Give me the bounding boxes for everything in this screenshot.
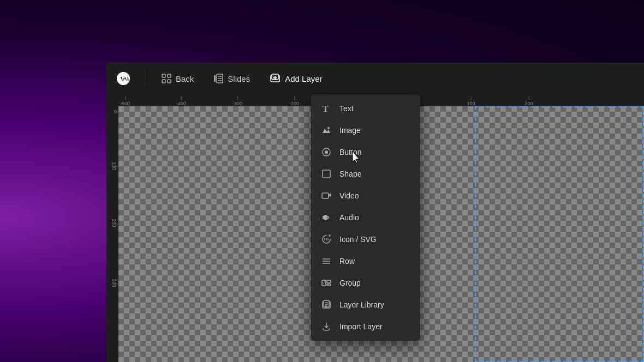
svg-rect-20 <box>322 193 329 198</box>
svg-text:T: T <box>323 104 329 113</box>
import-layer-icon <box>321 321 332 332</box>
text-icon: T <box>321 103 332 114</box>
svg-rect-19 <box>323 170 330 178</box>
video-icon <box>321 190 332 201</box>
back-label: Back <box>176 74 194 83</box>
svg-rect-26 <box>327 280 331 283</box>
audio-icon <box>321 212 332 223</box>
ruler-tick-n500: -500 <box>120 96 130 106</box>
svg-rect-5 <box>214 75 216 82</box>
ruler-v-tick-100: 100 <box>111 161 118 171</box>
menu-button-label: Button <box>339 148 361 156</box>
shape-icon <box>321 168 332 179</box>
svg-rect-1 <box>162 74 165 77</box>
selection-box <box>475 106 644 362</box>
ruler-corner <box>106 94 118 106</box>
menu-image-label: Image <box>339 126 361 135</box>
menu-item-image[interactable]: Image <box>311 119 420 141</box>
svg-rect-4 <box>168 80 171 83</box>
menu-item-row[interactable]: Row <box>311 250 420 272</box>
menu-group-label: Group <box>339 279 361 287</box>
button-icon <box>321 147 332 158</box>
menu-audio-label: Audio <box>339 213 359 222</box>
ruler-v-tick-300: 300 <box>111 279 118 288</box>
menu-row-label: Row <box>339 257 355 266</box>
wordpress-logo[interactable] <box>113 68 134 89</box>
back-button[interactable]: Back <box>154 69 201 88</box>
ruler-tick-n300: -300 <box>232 96 242 106</box>
menu-icon-svg-label: Icon / SVG <box>339 235 377 244</box>
menu-import-layer-label: Import Layer <box>339 322 383 331</box>
ruler-tick-n200: -200 <box>289 96 299 106</box>
ruler-tick-n400: -400 <box>176 96 186 106</box>
menu-video-label: Video <box>339 191 359 200</box>
image-icon <box>321 125 332 136</box>
icon-svg-icon <box>321 234 332 245</box>
toolbar-divider-1 <box>146 70 146 87</box>
menu-item-shape[interactable]: Shape <box>311 163 420 185</box>
svg-rect-2 <box>168 74 171 77</box>
menu-layer-library-label: Layer Library <box>339 300 384 309</box>
svg-rect-3 <box>162 80 165 83</box>
group-icon: A <box>321 277 332 288</box>
slides-icon <box>213 74 223 83</box>
slides-button[interactable]: Slides <box>206 69 258 88</box>
back-icon <box>162 74 171 83</box>
add-layer-label: Add Layer <box>285 74 322 83</box>
ruler-tick-100: 100 <box>467 96 475 106</box>
menu-item-import-layer[interactable]: Import Layer <box>311 316 420 337</box>
toolbar: Back Slides <box>106 63 644 94</box>
menu-item-text[interactable]: T Text <box>311 98 420 119</box>
menu-item-icon-svg[interactable]: Icon / SVG <box>311 228 420 250</box>
row-icon <box>321 256 332 267</box>
menu-item-layer-library[interactable]: Layer Library <box>311 294 420 316</box>
menu-text-label: Text <box>339 104 354 113</box>
svg-rect-27 <box>327 284 331 286</box>
slides-label: Slides <box>228 74 250 83</box>
add-layer-button[interactable]: Add Layer <box>262 68 330 89</box>
menu-item-audio[interactable]: Audio <box>311 207 420 228</box>
menu-shape-label: Shape <box>339 170 361 178</box>
ruler-tick-200: 200 <box>524 96 533 106</box>
ruler-vertical: 0 100 200 300 <box>106 106 118 362</box>
svg-marker-15 <box>323 129 330 133</box>
ruler-v-tick-200: 200 <box>111 219 118 228</box>
app-container: Back Slides <box>106 63 644 362</box>
menu-item-video[interactable]: Video <box>311 185 420 207</box>
svg-point-18 <box>325 150 328 154</box>
menu-item-group[interactable]: A Group <box>311 272 420 294</box>
add-layer-dropdown: T Text Image Button <box>311 94 420 341</box>
add-layer-icon <box>270 73 281 85</box>
menu-item-button[interactable]: Button <box>311 141 420 163</box>
layer-library-icon <box>321 299 332 310</box>
ruler-v-tick-0: 0 <box>114 109 118 114</box>
svg-text:A: A <box>323 280 326 285</box>
svg-point-16 <box>327 127 330 129</box>
